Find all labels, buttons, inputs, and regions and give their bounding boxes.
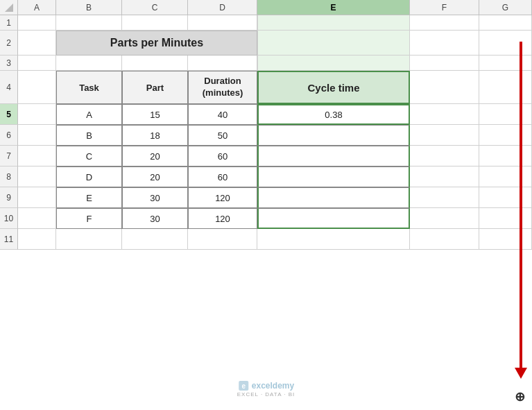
row-header-8: 8 — [0, 166, 18, 187]
col-header-d[interactable]: D — [188, 0, 257, 15]
header-part: Part — [122, 71, 188, 104]
column-headers: A B C D E F G — [0, 0, 532, 15]
svg-text:e: e — [241, 382, 246, 390]
cell-b1[interactable] — [56, 15, 122, 31]
cell-cycle-d[interactable] — [257, 166, 410, 187]
col-header-f[interactable]: F — [410, 0, 479, 15]
cell-f9[interactable] — [410, 187, 479, 208]
cell-a11[interactable] — [18, 229, 56, 250]
grid-row-3: 3 — [0, 55, 532, 71]
cell-a10[interactable] — [18, 208, 56, 229]
title-cell: Parts per Minutes — [56, 31, 257, 55]
cell-d3[interactable] — [188, 55, 257, 71]
header-cycle-time: Cycle time — [257, 71, 410, 104]
cell-a8[interactable] — [18, 166, 56, 187]
cell-cycle-f[interactable] — [257, 208, 410, 229]
cell-duration-a[interactable]: 40 — [188, 104, 257, 125]
grid-row-6: 6 B 18 50 — [0, 125, 532, 146]
grid-row-2: 2 Parts per Minutes — [0, 31, 532, 55]
cell-duration-d[interactable]: 60 — [188, 166, 257, 187]
watermark-logo-icon: e — [238, 380, 249, 391]
col-header-e[interactable]: E — [257, 0, 410, 15]
cell-b11[interactable] — [56, 229, 122, 250]
col-header-b[interactable]: B — [56, 0, 122, 15]
col-header-a[interactable]: A — [18, 0, 56, 15]
cell-cycle-b[interactable] — [257, 125, 410, 146]
cell-c3[interactable] — [122, 55, 188, 71]
grid-row-9: 9 E 30 120 — [0, 187, 532, 208]
cell-part-d[interactable]: 20 — [122, 166, 188, 187]
cell-part-e[interactable]: 30 — [122, 187, 188, 208]
cell-b3[interactable] — [56, 55, 122, 71]
arrow-head — [515, 368, 527, 379]
watermark-name: exceldemy — [252, 381, 294, 391]
cell-cycle-a[interactable]: 0.38 — [257, 104, 410, 125]
arrow-line — [520, 42, 522, 368]
cell-a1[interactable] — [18, 15, 56, 31]
cell-task-a[interactable]: A — [56, 104, 122, 125]
cell-f4[interactable] — [410, 71, 479, 104]
cell-a5[interactable] — [18, 104, 56, 125]
cell-f6[interactable] — [410, 125, 479, 146]
cell-task-d[interactable]: D — [56, 166, 122, 187]
cell-e2[interactable] — [257, 31, 410, 55]
cell-a6[interactable] — [18, 125, 56, 146]
cell-a3[interactable] — [18, 55, 56, 71]
cell-cycle-c[interactable] — [257, 146, 410, 166]
cell-duration-f[interactable]: 120 — [188, 208, 257, 229]
watermark: e exceldemy EXCEL · DATA · BI — [237, 380, 295, 398]
cell-task-c[interactable]: C — [56, 146, 122, 166]
row-header-10: 10 — [0, 208, 18, 229]
cell-part-c[interactable]: 20 — [122, 146, 188, 166]
fill-handle-arrow — [515, 42, 527, 379]
svg-marker-0 — [5, 3, 13, 12]
cell-f5[interactable] — [410, 104, 479, 125]
row-header-6: 6 — [0, 125, 18, 146]
cell-f11[interactable] — [410, 229, 479, 250]
cell-a4[interactable] — [18, 71, 56, 104]
cell-part-b[interactable]: 18 — [122, 125, 188, 146]
grid-row-8: 8 D 20 60 — [0, 166, 532, 187]
cell-f8[interactable] — [410, 166, 479, 187]
cell-c1[interactable] — [122, 15, 188, 31]
row-header-9: 9 — [0, 187, 18, 208]
cell-a2[interactable] — [18, 31, 56, 55]
row-header-11: 11 — [0, 229, 18, 250]
watermark-sub: EXCEL · DATA · BI — [237, 391, 295, 398]
cell-a9[interactable] — [18, 187, 56, 208]
cell-duration-c[interactable]: 60 — [188, 146, 257, 166]
cell-g1[interactable] — [479, 15, 532, 31]
grid-row-11: 11 — [0, 229, 532, 250]
row-header-5: 5 — [0, 104, 18, 125]
cell-part-a[interactable]: 15 — [122, 104, 188, 125]
row-header-7: 7 — [0, 146, 18, 166]
col-header-g[interactable]: G — [479, 0, 532, 15]
cell-c11[interactable] — [122, 229, 188, 250]
grid-row-5: 5 A 15 40 0.38 — [0, 104, 532, 125]
cell-cycle-e[interactable] — [257, 187, 410, 208]
corner-cell — [0, 0, 18, 15]
grid-area: 1 2 Parts per Minutes 3 — [0, 15, 532, 250]
cell-f2[interactable] — [410, 31, 479, 55]
cell-duration-b[interactable]: 50 — [188, 125, 257, 146]
cell-f3[interactable] — [410, 55, 479, 71]
cell-duration-e[interactable]: 120 — [188, 187, 257, 208]
grid-row-10: 10 F 30 120 — [0, 208, 532, 229]
cell-task-f[interactable]: F — [56, 208, 122, 229]
cell-d11[interactable] — [188, 229, 257, 250]
cell-f10[interactable] — [410, 208, 479, 229]
cell-e1[interactable] — [257, 15, 410, 31]
spreadsheet: A B C D E F G 1 2 Parts per Minutes — [0, 0, 532, 410]
header-task: Task — [56, 71, 122, 104]
cell-task-b[interactable]: B — [56, 125, 122, 146]
cell-e11[interactable] — [257, 229, 410, 250]
col-header-c[interactable]: C — [122, 0, 188, 15]
cell-part-f[interactable]: 30 — [122, 208, 188, 229]
cell-f1[interactable] — [410, 15, 479, 31]
cell-f7[interactable] — [410, 146, 479, 166]
cell-a7[interactable] — [18, 146, 56, 166]
cell-e3[interactable] — [257, 55, 410, 71]
cell-d1[interactable] — [188, 15, 257, 31]
grid-row-7: 7 C 20 60 — [0, 146, 532, 166]
cell-task-e[interactable]: E — [56, 187, 122, 208]
